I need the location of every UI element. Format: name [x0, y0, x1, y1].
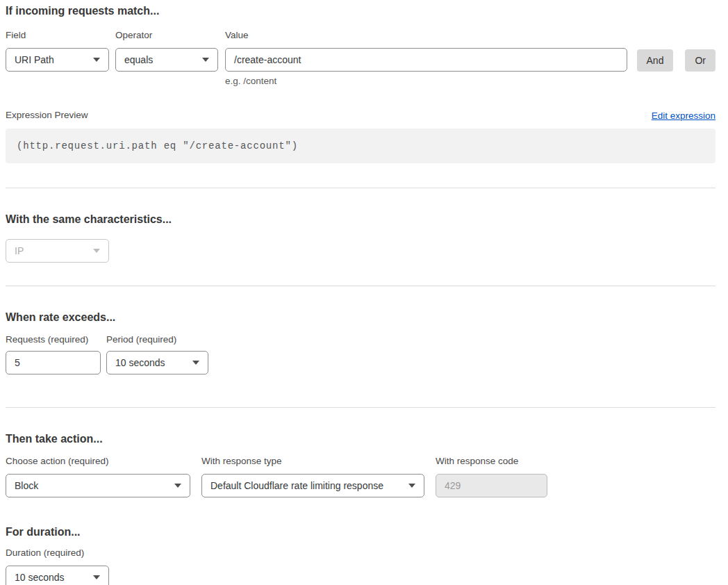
value-group: Value e.g. /content — [225, 30, 627, 86]
action-select-value: Block — [15, 480, 38, 491]
characteristic-select: IP — [6, 239, 109, 263]
chevron-down-icon — [408, 484, 415, 488]
response-code-input — [436, 474, 547, 497]
operator-label: Operator — [115, 30, 218, 41]
expression-preview-header: Expression Preview Edit expression — [6, 110, 715, 121]
operator-select-value: equals — [124, 54, 153, 65]
chevron-down-icon — [93, 575, 100, 579]
response-type-select[interactable]: Default Cloudflare rate limiting respons… — [201, 474, 424, 497]
action-group: Choose action (required) Block — [6, 456, 190, 497]
duration-section-heading: For duration... — [6, 526, 715, 538]
value-hint: e.g. /content — [225, 76, 627, 86]
match-section-heading: If incoming requests match... — [6, 5, 715, 17]
response-code-group: With response code — [436, 456, 547, 497]
field-select[interactable]: URI Path — [6, 48, 109, 72]
section-divider — [6, 407, 715, 408]
requests-input[interactable] — [6, 351, 101, 374]
edit-expression-link[interactable]: Edit expression — [652, 110, 715, 121]
rate-section-heading: When rate exceeds... — [6, 311, 715, 324]
expression-preview-code: (http.request.uri.path eq "/create-accou… — [6, 129, 715, 163]
chevron-down-icon — [93, 58, 100, 62]
duration-select-value: 10 seconds — [15, 572, 65, 583]
field-group: Field URI Path — [6, 30, 109, 86]
field-label: Field — [6, 30, 109, 41]
condition-connectors: And Or — [637, 49, 715, 72]
value-label: Value — [225, 30, 627, 41]
or-button[interactable]: Or — [685, 49, 715, 72]
expression-preview-label: Expression Preview — [6, 110, 88, 121]
section-divider — [6, 286, 715, 286]
value-input[interactable] — [225, 48, 627, 72]
operator-group: Operator equals — [115, 30, 218, 86]
period-select[interactable]: 10 seconds — [106, 351, 208, 374]
characteristics-section-heading: With the same characteristics... — [6, 213, 715, 226]
chevron-down-icon — [192, 361, 199, 365]
period-select-value: 10 seconds — [115, 357, 165, 368]
rate-labels-row: Requests (required) Period (required) — [6, 334, 715, 352]
rate-limiting-rule-form: If incoming requests match... Field URI … — [0, 0, 728, 585]
requests-group — [6, 351, 101, 374]
chevron-down-icon — [174, 484, 181, 488]
action-section-heading: Then take action... — [6, 433, 715, 445]
action-label: Choose action (required) — [6, 456, 190, 467]
expression-text: (http.request.uri.path eq "/create-accou… — [17, 140, 298, 151]
action-select[interactable]: Block — [6, 474, 190, 497]
and-button[interactable]: And — [637, 49, 674, 72]
response-type-select-value: Default Cloudflare rate limiting respons… — [210, 480, 383, 491]
operator-select[interactable]: equals — [115, 48, 218, 72]
chevron-down-icon — [202, 58, 209, 62]
requests-label: Requests (required) — [6, 334, 101, 345]
response-type-group: With response type Default Cloudflare ra… — [201, 456, 424, 497]
match-condition-row: Field URI Path Operator equals Value e.g… — [6, 30, 715, 86]
duration-label: Duration (required) — [6, 547, 715, 559]
characteristic-select-value: IP — [15, 245, 24, 256]
response-code-label: With response code — [436, 456, 547, 467]
duration-select[interactable]: 10 seconds — [6, 566, 109, 585]
period-label: Period (required) — [106, 334, 208, 345]
rate-controls-row: 10 seconds — [6, 351, 715, 374]
section-divider — [6, 188, 715, 188]
field-select-value: URI Path — [15, 54, 54, 65]
response-type-label: With response type — [201, 456, 424, 467]
chevron-down-icon — [93, 249, 100, 253]
action-row: Choose action (required) Block With resp… — [6, 456, 715, 497]
